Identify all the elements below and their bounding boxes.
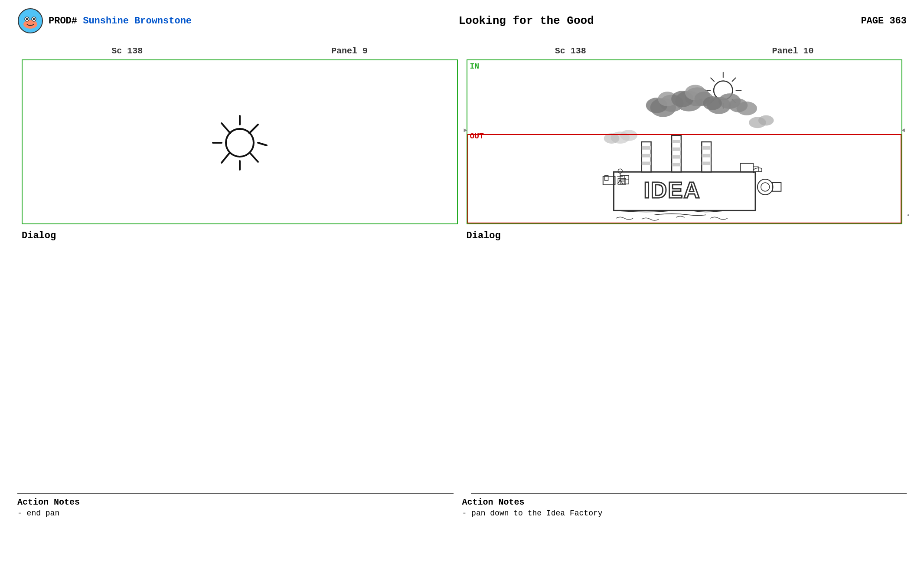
svg-line-12 [222,123,230,133]
sun-svg [196,99,283,186]
svg-point-43 [604,133,619,144]
svg-line-13 [250,153,258,162]
right-action-notes-text: - pan down to the Idea Factory [462,509,898,518]
svg-rect-48 [641,154,651,157]
header-left: PROD# Sunshine Brownstone [17,8,192,34]
left-separator [17,493,454,494]
out-label: OUT [470,132,484,141]
logo-icon [17,8,43,34]
header-title: Looking for the Good [192,14,861,27]
svg-point-5 [33,18,35,20]
left-dialog-section: Dialog [22,230,458,241]
header-page: PAGE 363 [861,16,907,26]
left-panel-col: Sc 138 Panel 9 [17,46,462,241]
svg-rect-47 [641,146,651,150]
prod-name: Sunshine Brownstone [83,16,192,26]
left-dialog-label: Dialog [22,230,56,241]
right-dialog-label: Dialog [467,230,501,241]
dot-marker: • [907,212,910,219]
panel-10-frame: IN OUT [467,59,903,224]
svg-line-10 [258,143,267,145]
left-action-notes-label: Action Notes [17,497,454,507]
right-dialog-section: Dialog [467,230,903,241]
right-panel-header: Sc 138 Panel 10 [462,46,907,56]
svg-point-40 [758,115,774,126]
right-arrow: ◀ [901,126,905,134]
panel-9-frame [22,59,458,224]
left-panel-header: Sc 138 Panel 9 [17,46,462,56]
panels-row: Sc 138 Panel 9 [0,46,924,241]
svg-point-38 [736,102,757,115]
header: PROD# Sunshine Brownstone Looking for th… [0,0,924,42]
right-panel-col: Sc 138 Panel 10 IN OUT [462,46,907,241]
factory-svg: IDEA [467,60,902,223]
svg-point-42 [620,130,637,141]
svg-rect-52 [672,148,681,151]
left-action-notes-text: - end pan [17,509,454,518]
left-panel-num-label: Panel 9 [331,46,368,56]
svg-point-36 [703,96,722,110]
svg-rect-56 [702,146,711,150]
right-sc-label: Sc 138 [555,46,586,56]
svg-point-1 [23,20,37,29]
sun-illustration [23,60,457,225]
svg-text:IDEA: IDEA [643,177,700,203]
action-notes-section: Action Notes - end pan Action Notes - pa… [17,497,907,518]
prod-label: PROD# Sunshine Brownstone [49,16,192,26]
svg-point-4 [26,18,28,20]
svg-line-14 [222,153,229,163]
svg-rect-54 [672,163,681,166]
svg-line-11 [249,125,258,133]
svg-rect-53 [672,155,681,159]
right-separator [471,493,907,494]
right-action-notes-label: Action Notes [462,497,898,507]
svg-rect-58 [702,162,711,165]
svg-rect-49 [641,162,651,165]
in-label: IN [470,62,480,71]
right-panel-num-label: Panel 10 [772,46,814,56]
svg-rect-51 [672,140,681,143]
left-action-col: Action Notes - end pan [17,497,462,518]
svg-rect-57 [702,154,711,157]
right-action-col: Action Notes - pan down to the Idea Fact… [462,497,907,518]
separator-row [17,493,907,494]
left-sc-label: Sc 138 [111,46,143,56]
